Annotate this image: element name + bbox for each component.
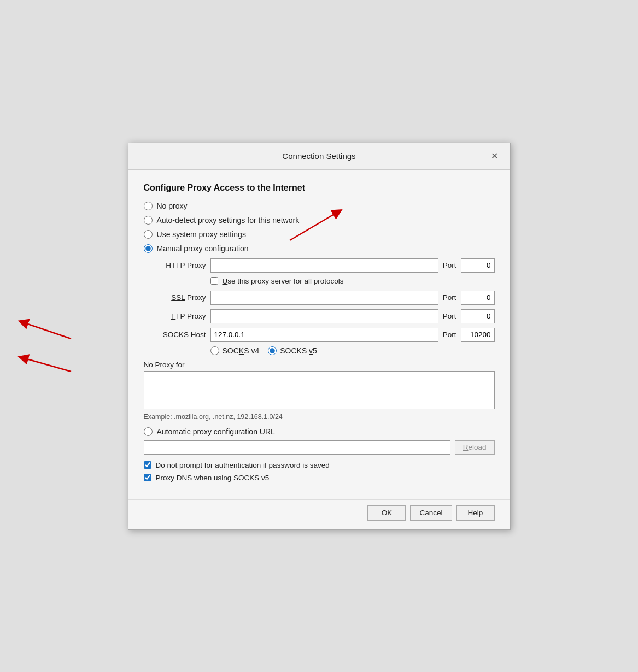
use-system-label[interactable]: Use system proxy settings — [157, 230, 246, 239]
socks-v5-option: SOCKS v5 — [268, 346, 317, 355]
ssl-proxy-input[interactable] — [210, 291, 438, 305]
section-title: Configure Proxy Access to the Internet — [144, 183, 495, 193]
socks-host-input[interactable]: 127.0.0.1 — [210, 328, 438, 342]
no-proxy-textarea[interactable] — [144, 371, 495, 409]
ftp-port-label: Port — [443, 312, 456, 320]
no-prompt-label[interactable]: Do not prompt for authentication if pass… — [156, 461, 330, 469]
manual-proxy-option: Manual proxy configuration — [144, 244, 495, 253]
dialog-title: Connection Settings — [150, 151, 488, 161]
proxy-dns-label[interactable]: Proxy DNS when using SOCKS v5 — [156, 474, 270, 482]
reload-button[interactable]: Reload — [455, 440, 495, 455]
http-proxy-input[interactable] — [210, 258, 438, 273]
ssl-port-label: Port — [443, 293, 456, 302]
no-prompt-row: Do not prompt for authentication if pass… — [144, 461, 495, 469]
auto-proxy-url-input[interactable] — [144, 440, 450, 455]
connection-settings-dialog: Connection Settings ✕ Configure Proxy Ac… — [128, 143, 511, 530]
socks-host-row: SOCKS Host 127.0.0.1 Port 10200 — [157, 328, 495, 342]
socks-v4-label[interactable]: SOCKS v4 — [223, 346, 260, 355]
http-proxy-row: HTTP Proxy Port 0 — [157, 258, 495, 273]
svg-line-3 — [23, 358, 71, 372]
use-for-all-row: Use this proxy server for all protocols — [210, 277, 495, 285]
manual-proxy-section: HTTP Proxy Port 0 Use this proxy server … — [157, 258, 495, 355]
use-system-radio[interactable] — [144, 230, 153, 239]
use-for-all-label[interactable]: Use this proxy server for all protocols — [223, 277, 344, 285]
socks-port-label: Port — [443, 331, 456, 339]
use-for-all-checkbox[interactable] — [210, 277, 218, 285]
auto-proxy-label[interactable]: Automatic proxy configuration URL — [157, 427, 275, 436]
auto-proxy-option: Automatic proxy configuration URL — [144, 427, 495, 436]
no-proxy-section: No Proxy for Example: .mozilla.org, .net… — [144, 361, 495, 421]
socks-host-label: SOCKS Host — [157, 331, 206, 339]
footer-buttons: OK Cancel Help — [128, 499, 510, 529]
no-proxy-for-label: No Proxy for — [144, 361, 495, 369]
dialog-content: Configure Proxy Access to the Internet N… — [128, 170, 510, 499]
ssl-proxy-row: SSL Proxy Port 0 — [157, 291, 495, 305]
close-button[interactable]: ✕ — [488, 150, 501, 163]
http-proxy-label: HTTP Proxy — [157, 261, 206, 269]
socks-version-row: SOCKS v4 SOCKS v5 — [210, 346, 495, 355]
ok-button[interactable]: OK — [367, 505, 406, 521]
auto-detect-radio[interactable] — [144, 216, 153, 225]
ftp-proxy-input[interactable] — [210, 309, 438, 323]
socks-v5-radio[interactable] — [268, 346, 277, 355]
manual-proxy-label[interactable]: Manual proxy configuration — [157, 244, 249, 253]
no-proxy-example: Example: .mozilla.org, .net.nz, 192.168.… — [144, 413, 495, 421]
socks-v5-label[interactable]: SOCKS v5 — [280, 346, 317, 355]
ftp-port-input[interactable]: 0 — [461, 309, 495, 323]
http-port-label: Port — [443, 261, 456, 269]
no-prompt-checkbox[interactable] — [144, 461, 151, 469]
help-button[interactable]: Help — [456, 505, 495, 521]
socks-v4-option: SOCKS v4 — [210, 346, 260, 355]
auto-proxy-radio[interactable] — [144, 427, 153, 436]
auto-detect-label[interactable]: Auto-detect proxy settings for this netw… — [157, 216, 300, 225]
use-system-option: Use system proxy settings — [144, 230, 495, 239]
cancel-button[interactable]: Cancel — [410, 505, 452, 521]
no-proxy-label[interactable]: No proxy — [157, 202, 188, 210]
proxy-dns-row: Proxy DNS when using SOCKS v5 — [144, 474, 495, 482]
no-proxy-radio[interactable] — [144, 202, 153, 210]
auto-detect-option: Auto-detect proxy settings for this netw… — [144, 216, 495, 225]
auto-proxy-url-row: Reload — [144, 440, 495, 455]
bottom-checkboxes: Do not prompt for authentication if pass… — [144, 461, 495, 482]
socks-v4-radio[interactable] — [210, 346, 219, 355]
http-port-input[interactable]: 0 — [461, 258, 495, 273]
ssl-port-input[interactable]: 0 — [461, 291, 495, 305]
svg-line-2 — [23, 322, 71, 339]
ftp-proxy-row: FTP Proxy Port 0 — [157, 309, 495, 323]
manual-proxy-radio[interactable] — [144, 244, 153, 253]
no-proxy-option: No proxy — [144, 202, 495, 210]
ftp-proxy-label: FTP Proxy — [157, 312, 206, 320]
title-bar: Connection Settings ✕ — [128, 143, 510, 170]
socks-port-input[interactable]: 10200 — [461, 328, 495, 342]
ssl-proxy-label: SSL Proxy — [157, 293, 206, 302]
proxy-dns-checkbox[interactable] — [144, 474, 151, 481]
